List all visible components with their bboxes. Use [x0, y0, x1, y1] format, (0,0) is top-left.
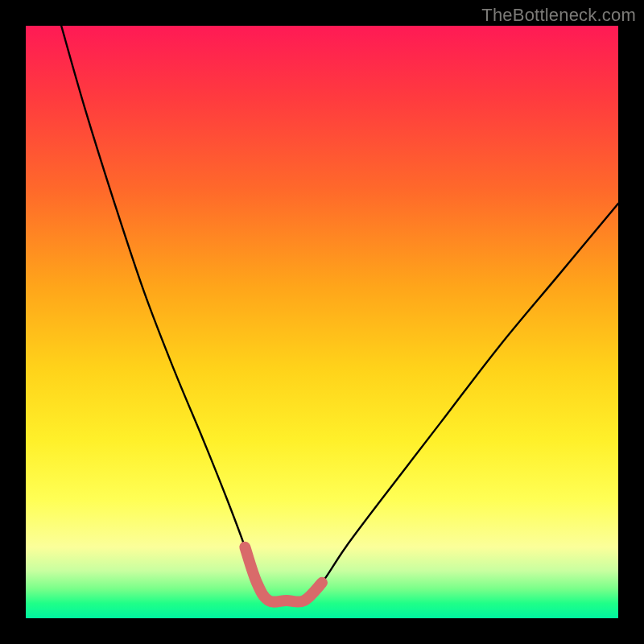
curve-layer	[26, 26, 618, 618]
bottleneck-curve-path	[61, 26, 618, 602]
plot-area	[26, 26, 618, 618]
watermark-text: TheBottleneck.com	[481, 5, 636, 26]
chart-frame: TheBottleneck.com	[0, 0, 644, 644]
optimal-band-marker-path	[245, 547, 322, 602]
